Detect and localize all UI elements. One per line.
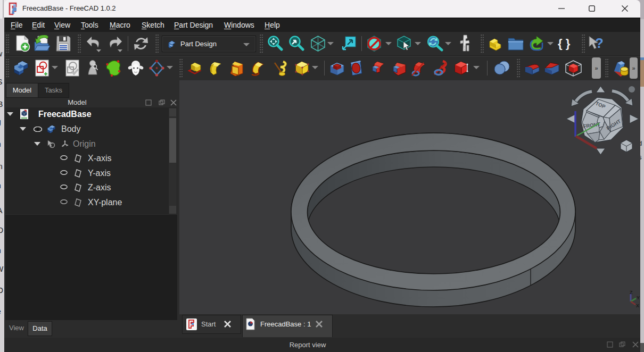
svg-text:X: X <box>636 303 639 308</box>
svg-text:Z: Z <box>630 290 633 295</box>
svg-text:Y: Y <box>637 295 640 300</box>
